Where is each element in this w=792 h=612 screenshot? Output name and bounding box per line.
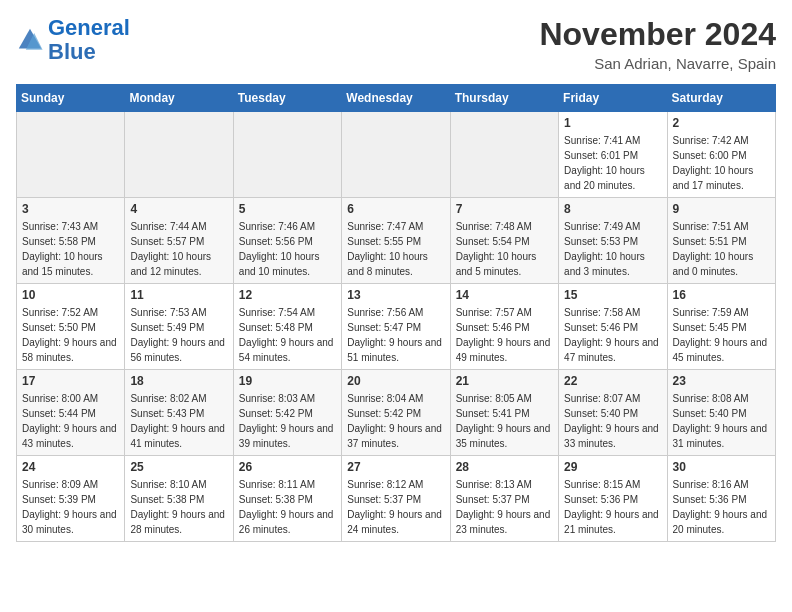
day-info: Sunset: 5:36 PM [564,492,661,507]
day-info: Sunrise: 7:41 AM [564,133,661,148]
day-info: Sunset: 5:37 PM [347,492,444,507]
day-of-week-header: Monday [125,85,233,112]
calendar-week-row: 10Sunrise: 7:52 AMSunset: 5:50 PMDayligh… [17,284,776,370]
day-info: Daylight: 9 hours and 39 minutes. [239,421,336,451]
calendar-cell: 3Sunrise: 7:43 AMSunset: 5:58 PMDaylight… [17,198,125,284]
calendar-cell: 18Sunrise: 8:02 AMSunset: 5:43 PMDayligh… [125,370,233,456]
day-info: Daylight: 10 hours and 3 minutes. [564,249,661,279]
day-number: 18 [130,374,227,388]
day-info: Sunrise: 8:10 AM [130,477,227,492]
calendar-week-row: 1Sunrise: 7:41 AMSunset: 6:01 PMDaylight… [17,112,776,198]
calendar-cell: 17Sunrise: 8:00 AMSunset: 5:44 PMDayligh… [17,370,125,456]
day-number: 24 [22,460,119,474]
calendar-cell: 11Sunrise: 7:53 AMSunset: 5:49 PMDayligh… [125,284,233,370]
day-info: Sunrise: 7:46 AM [239,219,336,234]
day-of-week-header: Tuesday [233,85,341,112]
day-info: Sunrise: 8:15 AM [564,477,661,492]
day-info: Sunset: 5:39 PM [22,492,119,507]
day-info: Sunset: 5:44 PM [22,406,119,421]
day-number: 14 [456,288,553,302]
day-info: Daylight: 10 hours and 20 minutes. [564,163,661,193]
day-info: Daylight: 9 hours and 56 minutes. [130,335,227,365]
day-number: 29 [564,460,661,474]
day-info: Sunset: 5:38 PM [130,492,227,507]
day-info: Sunset: 5:48 PM [239,320,336,335]
day-info: Sunset: 5:55 PM [347,234,444,249]
day-info: Daylight: 10 hours and 17 minutes. [673,163,770,193]
day-info: Sunrise: 7:57 AM [456,305,553,320]
day-info: Sunset: 5:43 PM [130,406,227,421]
day-info: Sunrise: 8:04 AM [347,391,444,406]
day-info: Sunset: 5:50 PM [22,320,119,335]
day-info: Sunrise: 7:49 AM [564,219,661,234]
day-info: Sunset: 5:56 PM [239,234,336,249]
day-number: 15 [564,288,661,302]
day-info: Sunset: 5:47 PM [347,320,444,335]
day-number: 11 [130,288,227,302]
calendar-header-row: SundayMondayTuesdayWednesdayThursdayFrid… [17,85,776,112]
day-info: Sunset: 5:51 PM [673,234,770,249]
day-number: 23 [673,374,770,388]
calendar-cell: 7Sunrise: 7:48 AMSunset: 5:54 PMDaylight… [450,198,558,284]
day-info: Daylight: 9 hours and 23 minutes. [456,507,553,537]
day-info: Daylight: 9 hours and 51 minutes. [347,335,444,365]
day-info: Sunrise: 7:56 AM [347,305,444,320]
calendar-cell: 5Sunrise: 7:46 AMSunset: 5:56 PMDaylight… [233,198,341,284]
day-number: 17 [22,374,119,388]
day-info: Daylight: 9 hours and 45 minutes. [673,335,770,365]
calendar-cell: 21Sunrise: 8:05 AMSunset: 5:41 PMDayligh… [450,370,558,456]
day-number: 21 [456,374,553,388]
day-of-week-header: Wednesday [342,85,450,112]
calendar-cell [125,112,233,198]
day-info: Daylight: 9 hours and 37 minutes. [347,421,444,451]
calendar-week-row: 3Sunrise: 7:43 AMSunset: 5:58 PMDaylight… [17,198,776,284]
day-info: Daylight: 9 hours and 33 minutes. [564,421,661,451]
day-info: Sunrise: 7:43 AM [22,219,119,234]
day-info: Sunset: 5:38 PM [239,492,336,507]
day-info: Daylight: 9 hours and 41 minutes. [130,421,227,451]
calendar-cell: 26Sunrise: 8:11 AMSunset: 5:38 PMDayligh… [233,456,341,542]
day-number: 5 [239,202,336,216]
day-number: 19 [239,374,336,388]
day-number: 8 [564,202,661,216]
calendar-cell: 29Sunrise: 8:15 AMSunset: 5:36 PMDayligh… [559,456,667,542]
day-info: Sunrise: 7:42 AM [673,133,770,148]
day-info: Sunrise: 8:02 AM [130,391,227,406]
header: General Blue November 2024 San Adrian, N… [16,16,776,72]
calendar-cell: 23Sunrise: 8:08 AMSunset: 5:40 PMDayligh… [667,370,775,456]
day-info: Sunset: 5:46 PM [456,320,553,335]
day-info: Sunset: 6:01 PM [564,148,661,163]
calendar-cell: 24Sunrise: 8:09 AMSunset: 5:39 PMDayligh… [17,456,125,542]
day-info: Sunrise: 8:12 AM [347,477,444,492]
calendar-cell [450,112,558,198]
day-info: Sunrise: 7:58 AM [564,305,661,320]
calendar-cell: 4Sunrise: 7:44 AMSunset: 5:57 PMDaylight… [125,198,233,284]
day-info: Daylight: 9 hours and 58 minutes. [22,335,119,365]
day-info: Sunrise: 7:48 AM [456,219,553,234]
calendar-week-row: 17Sunrise: 8:00 AMSunset: 5:44 PMDayligh… [17,370,776,456]
day-info: Sunrise: 8:09 AM [22,477,119,492]
day-info: Daylight: 9 hours and 28 minutes. [130,507,227,537]
day-info: Sunset: 5:57 PM [130,234,227,249]
location: San Adrian, Navarre, Spain [539,55,776,72]
day-number: 25 [130,460,227,474]
calendar-cell: 12Sunrise: 7:54 AMSunset: 5:48 PMDayligh… [233,284,341,370]
day-info: Sunset: 5:37 PM [456,492,553,507]
day-info: Sunset: 5:58 PM [22,234,119,249]
day-info: Daylight: 9 hours and 43 minutes. [22,421,119,451]
day-info: Sunrise: 7:59 AM [673,305,770,320]
day-info: Sunrise: 7:44 AM [130,219,227,234]
day-of-week-header: Saturday [667,85,775,112]
day-info: Daylight: 9 hours and 30 minutes. [22,507,119,537]
day-info: Sunset: 5:36 PM [673,492,770,507]
day-number: 3 [22,202,119,216]
day-info: Sunrise: 8:00 AM [22,391,119,406]
day-info: Daylight: 9 hours and 21 minutes. [564,507,661,537]
day-info: Daylight: 9 hours and 20 minutes. [673,507,770,537]
day-info: Sunrise: 8:05 AM [456,391,553,406]
day-info: Sunrise: 7:47 AM [347,219,444,234]
day-info: Sunset: 5:42 PM [239,406,336,421]
day-info: Sunrise: 8:16 AM [673,477,770,492]
calendar-cell: 6Sunrise: 7:47 AMSunset: 5:55 PMDaylight… [342,198,450,284]
calendar-cell [17,112,125,198]
